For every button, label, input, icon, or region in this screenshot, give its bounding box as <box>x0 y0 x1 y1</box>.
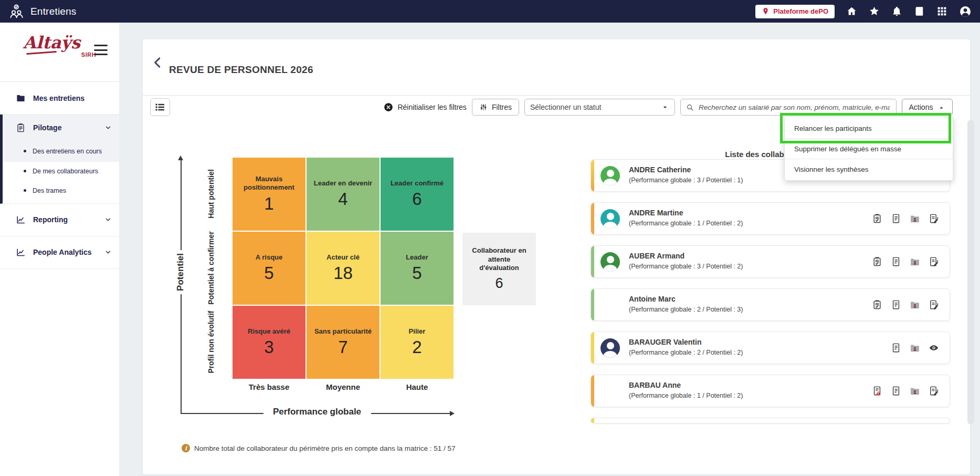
clipboard-check-icon[interactable] <box>872 299 882 310</box>
employee-folder-icon[interactable] <box>910 386 920 396</box>
employee-folder-icon[interactable] <box>910 213 920 224</box>
file-edit-icon[interactable] <box>929 213 939 224</box>
reset-filters-label: Réinitialiser les filtres <box>397 103 466 111</box>
matrix-cell-risque-avere[interactable]: Risque avéré3 <box>233 306 305 379</box>
star-icon[interactable] <box>869 6 880 17</box>
clipboard-icon <box>16 123 26 133</box>
eye-icon[interactable] <box>929 343 939 353</box>
collaborator-card[interactable]: Antoine Marc (Performance globale : 2 / … <box>591 288 950 321</box>
matrix-cell-sans-particularite[interactable]: Sans particularité7 <box>307 306 380 379</box>
sidebar-item-label: Mes entretiens <box>33 94 112 102</box>
file-edit-icon[interactable] <box>929 299 939 310</box>
status-stripe <box>591 375 594 407</box>
sidebar-item-reporting[interactable]: Reporting <box>0 204 119 236</box>
clipboard-check-icon[interactable] <box>872 213 882 224</box>
avatar <box>600 252 620 272</box>
actions-label: Actions <box>909 103 933 111</box>
menu-item-supprimer-les-delegues[interactable]: Supprimer les délégués en masse <box>785 138 953 159</box>
matrix-col-label: Haute <box>381 382 454 391</box>
sidebar-item-mes-entretiens[interactable]: Mes entretiens <box>0 82 119 115</box>
collaborator-card[interactable]: AUBER Armand (Performance globale : 3 / … <box>591 245 950 278</box>
actions-button[interactable]: Actions <box>902 99 953 116</box>
menu-toggle-icon[interactable] <box>94 45 108 55</box>
x-axis-title: Performance globale <box>267 407 367 417</box>
collaborator-card[interactable]: ANDRE Martine (Performance globale : 1 /… <box>591 202 950 235</box>
menu-item-visionner-les-syntheses[interactable]: Visionner les synthèses <box>785 159 953 179</box>
bulleted-list-icon <box>154 101 166 113</box>
collaborator-name: AUBER Armand <box>629 252 684 260</box>
y-axis-line <box>181 160 182 250</box>
avatar <box>600 338 620 358</box>
search-input[interactable] <box>698 103 891 112</box>
collaborator-details: (Performance globale : 3 / Potentiel : 2… <box>629 263 743 270</box>
chevron-left-icon <box>151 56 165 69</box>
screen: Entretiens Plateforme dePO Altaÿs SIRH <box>0 0 980 476</box>
sidebar-subitem-label: De mes collaborateurs <box>33 167 98 175</box>
back-button[interactable] <box>150 55 166 71</box>
sidebar-item-pilotage[interactable]: Pilotage <box>3 115 119 141</box>
sidebar-item-des-trames[interactable]: Des trames <box>3 181 119 203</box>
sidebar-item-label: Pilotage <box>33 123 97 132</box>
employee-folder-icon[interactable] <box>910 299 920 310</box>
bullet-icon <box>24 189 26 192</box>
file-lines-icon[interactable] <box>891 256 901 267</box>
file-edit-icon[interactable] <box>929 386 939 396</box>
list-scrollbar[interactable] <box>967 120 974 425</box>
sidebar-item-des-entretiens-en-cours[interactable]: Des entretiens en cours <box>3 141 119 162</box>
x-axis-arrow <box>450 411 455 416</box>
sidebar-item-people-analytics[interactable]: People Analytics <box>0 236 119 269</box>
toolbar: Réinitialiser les filtres Filtres Sélect… <box>384 98 953 116</box>
matrix-footnote: i Nombre total de collaborateur du périm… <box>182 444 456 452</box>
x-axis-line <box>371 413 450 414</box>
filters-label: Filtres <box>492 103 512 111</box>
file-edit-icon[interactable] <box>929 256 939 267</box>
list-view-toggle-button[interactable] <box>150 98 170 116</box>
info-icon: i <box>182 444 190 452</box>
main-panel: REVUE DE PERSONNEL 2026 Réinitialiser le… <box>143 39 970 474</box>
collaborator-card-partial[interactable] <box>591 418 950 423</box>
file-lines-icon[interactable] <box>891 299 901 310</box>
account-icon[interactable] <box>959 5 972 18</box>
matrix-cell-a-risque[interactable]: A risque5 <box>233 232 305 305</box>
clipboard-check-icon[interactable] <box>872 256 882 267</box>
header-divider <box>143 95 970 96</box>
collaborator-name: BARBAU Anne <box>629 381 681 389</box>
search-box <box>680 99 897 116</box>
reset-filters-button[interactable]: Réinitialiser les filtres <box>384 102 466 112</box>
collaborator-card[interactable]: BARAUGER Valentin (Performance globale :… <box>591 332 950 364</box>
file-lines-icon[interactable] <box>891 213 901 224</box>
sliders-icon <box>479 103 488 111</box>
collaborator-details: (Performance globale : 1 / Potentiel : 2… <box>629 392 743 399</box>
matrix-cell-leader-confirme[interactable]: Leader confirmé6 <box>381 158 454 231</box>
employee-folder-icon[interactable] <box>910 343 920 353</box>
filters-button[interactable]: Filtres <box>472 99 519 116</box>
sidebar-item-label: Reporting <box>33 215 97 224</box>
matrix-cell-leader-en-devenir[interactable]: Leader en devenir4 <box>307 158 380 231</box>
collaborator-name: BARAUGER Valentin <box>629 338 701 346</box>
status-select[interactable]: Sélectionner un statut <box>524 99 675 116</box>
collaborator-card[interactable]: BARBAU Anne (Performance globale : 1 / P… <box>591 375 950 407</box>
home-icon[interactable] <box>846 6 857 17</box>
x-circle-icon <box>384 102 393 112</box>
employee-folder-icon[interactable] <box>910 256 920 267</box>
sidebar-item-de-mes-collaborateurs[interactable]: De mes collaborateurs <box>3 162 119 181</box>
search-icon <box>686 104 694 111</box>
matrix-cell-mauvais-positionnement[interactable]: Mauvais positionnement1 <box>233 158 305 231</box>
caret-up-icon <box>937 104 945 111</box>
matrix-col-label: Très basse <box>233 382 305 391</box>
file-lines-icon[interactable] <box>891 343 901 353</box>
matrix-cell-pilier[interactable]: Pilier2 <box>381 306 454 379</box>
file-lines-icon[interactable] <box>891 386 901 396</box>
status-stripe <box>591 418 594 423</box>
platform-badge-label: Plateforme dePO <box>773 7 828 15</box>
journal-icon[interactable] <box>914 6 925 17</box>
file-warning-icon[interactable] <box>872 386 882 396</box>
matrix-cell-leader[interactable]: Leader5 <box>381 232 454 305</box>
avatar <box>600 166 620 185</box>
bell-icon[interactable] <box>891 6 902 17</box>
menu-item-relancer-les-participants[interactable]: Relancer les participants <box>785 118 953 138</box>
platform-badge[interactable]: Plateforme dePO <box>755 5 835 18</box>
apps-grid-icon[interactable] <box>936 6 947 17</box>
matrix-pending-box[interactable]: Collaborateur en attente d'évaluation 6 <box>462 233 536 305</box>
matrix-cell-acteur-cle[interactable]: Acteur clé18 <box>307 232 380 305</box>
